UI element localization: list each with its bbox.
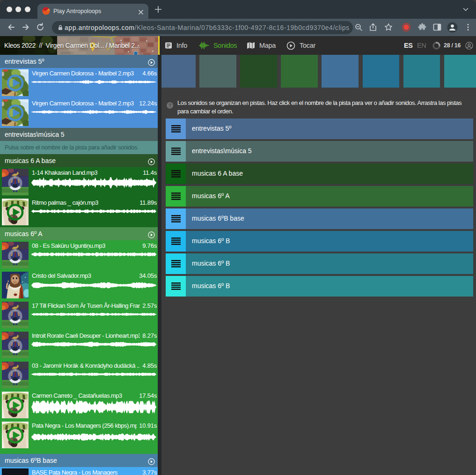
- svg-text:?: ?: [168, 103, 171, 108]
